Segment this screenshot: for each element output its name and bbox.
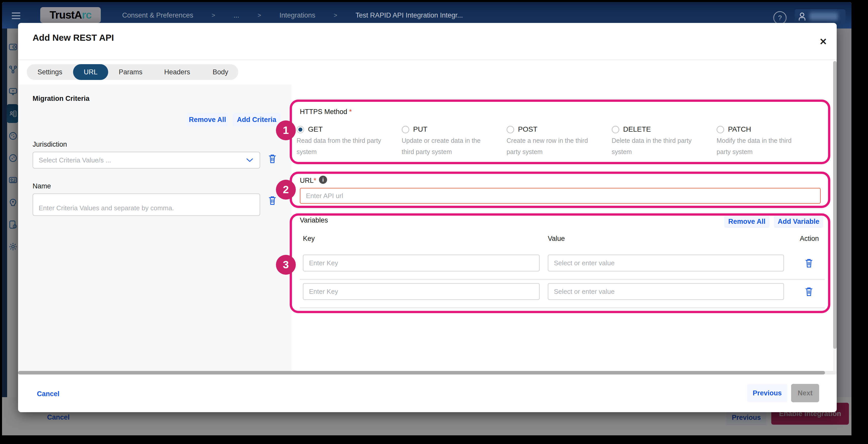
- name-input[interactable]: [33, 194, 260, 216]
- logo-text-teal: rc: [82, 9, 92, 21]
- delete-jurisdiction-icon[interactable]: [267, 153, 277, 165]
- annotation-box-2-url: [290, 172, 830, 208]
- annotation-badge-1: 1: [276, 120, 296, 140]
- breadcrumb-current-page: Test RAPID API Integration Integr...: [355, 11, 463, 19]
- tab-body[interactable]: Body: [213, 64, 228, 80]
- tab-settings[interactable]: Settings: [37, 64, 62, 80]
- user-icon: [798, 12, 806, 21]
- close-icon[interactable]: ✕: [817, 36, 829, 48]
- tab-headers[interactable]: Headers: [164, 64, 190, 80]
- modal-title: Add New REST API: [33, 33, 114, 43]
- vertical-scrollbar-thumb[interactable]: [833, 61, 837, 349]
- header-divider: [18, 60, 837, 60]
- annotation-badge-2: 2: [276, 180, 296, 200]
- logo-text-dark: TrustA: [50, 9, 82, 21]
- user-name-redacted: [809, 12, 838, 21]
- hamburger-menu-icon[interactable]: [12, 11, 20, 21]
- breadcrumb-integrations[interactable]: Integrations: [279, 11, 315, 19]
- chevron-right-icon: >: [257, 12, 261, 19]
- remove-all-criteria-button[interactable]: Remove All: [187, 113, 228, 126]
- help-icon[interactable]: ?: [773, 11, 786, 24]
- annotation-box-3-variables: [290, 213, 830, 313]
- cancel-button[interactable]: Cancel: [37, 390, 60, 398]
- breadcrumb-ellipsis[interactable]: ...: [234, 11, 239, 19]
- horizontal-scrollbar-thumb[interactable]: [18, 371, 825, 375]
- breadcrumb-consent-preferences[interactable]: Consent & Preferences: [122, 11, 193, 19]
- name-label: Name: [33, 182, 51, 190]
- next-button-disabled[interactable]: Next: [791, 384, 819, 402]
- previous-button[interactable]: Previous: [747, 384, 787, 402]
- trustarc-logo[interactable]: TrustArc: [40, 7, 101, 23]
- jurisdiction-label: Jurisdiction: [33, 141, 67, 148]
- chevron-down-icon[interactable]: [246, 158, 253, 162]
- migration-criteria-panel: [18, 85, 291, 371]
- screenshot-root: TrustArc Consent & Preferences > ... > I…: [0, 0, 868, 444]
- user-menu[interactable]: [795, 9, 846, 24]
- tab-url[interactable]: URL: [84, 64, 97, 80]
- chevron-right-icon: >: [212, 12, 215, 19]
- annotation-badge-3: 3: [276, 255, 296, 275]
- annotation-box-1-https-method: [290, 99, 830, 164]
- migration-criteria-heading: Migration Criteria: [33, 95, 90, 102]
- chevron-right-icon: >: [334, 12, 337, 19]
- delete-name-criteria-icon[interactable]: [267, 195, 277, 206]
- add-criteria-button[interactable]: Add Criteria: [233, 113, 280, 126]
- jurisdiction-select[interactable]: [33, 152, 260, 169]
- tab-params[interactable]: Params: [119, 64, 142, 80]
